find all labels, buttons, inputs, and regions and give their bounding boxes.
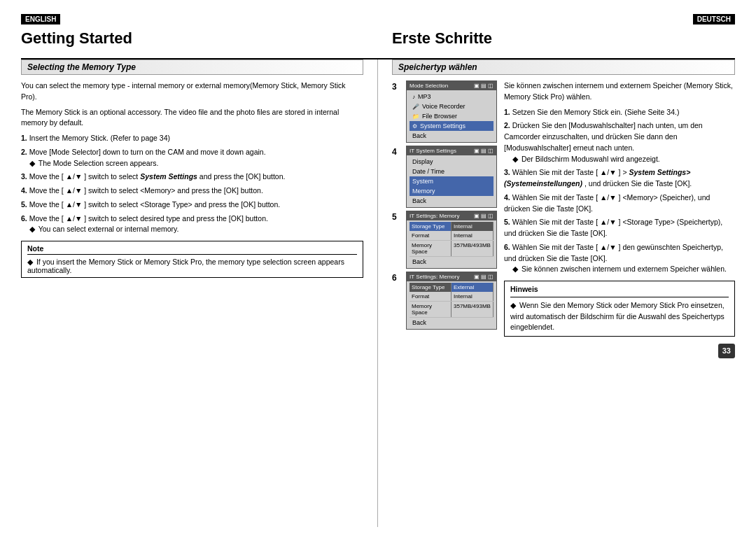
screen-5-header: IT Settings: Memory ▣ ▤ ◫	[407, 211, 496, 220]
screen-3-back: Back	[410, 131, 493, 141]
step-3: 3. Move the [ ▲/▼ ] switch to select Sys…	[21, 171, 363, 183]
screen-5-col-1: Storage Type	[410, 222, 451, 231]
screen-5-table: Storage Type Internal Format Internal Me…	[410, 222, 493, 257]
hinweis-box: Hinweis ◆ Wenn Sie den Memory Stick oder…	[504, 281, 735, 337]
screen-6: IT Settings: Memory ▣ ▤ ◫	[406, 272, 497, 330]
deutsch-badge: DEUTSCH	[693, 14, 735, 24]
right-intro: Sie können zwischen internem und externe…	[504, 80, 735, 103]
screen-6-icons: ▣ ▤ ◫	[474, 274, 493, 280]
screen-row-3: 3 Mode Selection ▣ ▤ ◫	[392, 80, 497, 143]
step-2: 2. Move [Mode Selector] down to turn on …	[21, 147, 363, 169]
left-steps: 1. Insert the Memory Stick. (Refer to pa…	[21, 133, 363, 235]
right-text-area: Sie können zwischen internem und externe…	[504, 80, 735, 358]
screen-3-body: ♪ MP3 🎤 Voice Recorder 📁 File Browser	[407, 90, 496, 142]
right-step-4: 4. Wählen Sie mit der Taste [ ▲/▼ ] <Mem…	[504, 192, 735, 215]
screen-4: IT System Settings ▣ ▤ ◫ Display Date / …	[406, 146, 497, 208]
screen-3-icons: ▣ ▤ ◫	[474, 83, 493, 89]
screen-3-item-3: 📁 File Browser	[410, 111, 493, 121]
screen-5: IT Settings: Memory ▣ ▤ ◫	[406, 211, 497, 269]
left-section-title: Selecting the Memory Type	[21, 59, 363, 75]
note-content: ◆ If you insert the Memory Stick or Memo…	[27, 258, 357, 274]
right-steps: 1. Setzen Sie den Memory Stick ein. (Sie…	[504, 107, 735, 276]
screen-num-4: 4	[392, 146, 402, 157]
screen-5-icons: ▣ ▤ ◫	[474, 213, 493, 219]
screen-3-item-1: ♪ MP3	[410, 92, 493, 101]
step-5: 5. Move the [ ▲/▼ ] switch to select <St…	[21, 199, 363, 211]
screen-6-row-2: Memory Space 357MB/493MB	[410, 302, 493, 318]
right-column: Speichertyp wählen 3 Mode Selection ▣	[378, 59, 735, 527]
screen-4-item-4: Memory	[410, 186, 493, 196]
page-number-badge: 33	[718, 344, 735, 358]
screen-5-body: Storage Type Internal Format Internal Me…	[407, 220, 496, 268]
screen-4-icons: ▣ ▤ ◫	[474, 148, 493, 154]
screen-6-back: Back	[410, 318, 493, 328]
screen-4-item-3: System	[410, 176, 493, 186]
screen-4-body: Display Date / Time System Memory Back	[407, 155, 496, 207]
hinweis-title: Hinweis	[510, 284, 729, 297]
hinweis-content: ◆ Wenn Sie den Memory Stick oder Memory …	[510, 300, 729, 333]
screen-6-body: Storage Type External Format Internal Me…	[407, 281, 496, 329]
right-main-title: Erste Schritte	[392, 30, 735, 47]
screen-3: Mode Selection ▣ ▤ ◫ ♪ MP3	[406, 80, 497, 143]
english-badge: ENGLISH	[21, 14, 60, 24]
top-badges: ENGLISH DEUTSCH	[21, 14, 735, 27]
left-column: Selecting the Memory Type You can select…	[21, 59, 378, 527]
screen-6-table: Storage Type External Format Internal Me…	[410, 283, 493, 318]
screen-6-header: IT Settings: Memory ▣ ▤ ◫	[407, 272, 496, 281]
right-step-5: 5. Wählen Sie mit der Taste [ ▲/▼ ] <Sto…	[504, 217, 735, 239]
screen-4-item-1: Display	[410, 157, 493, 167]
screen-6-col-2: External	[451, 283, 493, 292]
screen-5-table-header: Storage Type Internal	[410, 222, 493, 231]
screen-6-row-1: Format Internal	[410, 292, 493, 302]
screen-5-row-2: Memory Space 357MB/493MB	[410, 241, 493, 257]
right-step-6: 6. Wählen Sie mit der Taste [ ▲/▼ ] den …	[504, 242, 735, 275]
screen-3-header: Mode Selection ▣ ▤ ◫	[407, 81, 496, 90]
note-box: Note ◆ If you insert the Memory Stick or…	[21, 241, 363, 278]
right-step-1: 1. Setzen Sie den Memory Stick ein. (Sie…	[504, 107, 735, 118]
screen-5-back: Back	[410, 257, 493, 267]
screen-row-5: 5 IT Settings: Memory ▣ ▤ ◫	[392, 211, 497, 269]
left-main-title: Getting Started	[21, 30, 364, 47]
screen-3-item-4: ⚙ System Settings	[410, 121, 493, 131]
screen-num-6: 6	[392, 272, 402, 283]
screen-3-item-2: 🎤 Voice Recorder	[410, 101, 493, 111]
step-1: 1. Insert the Memory Stick. (Refer to pa…	[21, 133, 363, 144]
screen-6-table-header: Storage Type External	[410, 283, 493, 292]
right-step-3: 3. Wählen Sie mit der Taste [ ▲/▼ ] > Sy…	[504, 167, 735, 190]
main-content: Selecting the Memory Type You can select…	[0, 59, 756, 534]
screen-4-item-2: Date / Time	[410, 167, 493, 176]
screen-5-row-1: Format Internal	[410, 231, 493, 241]
right-content-area: 3 Mode Selection ▣ ▤ ◫	[392, 80, 735, 358]
screen-row-4: 4 IT System Settings ▣ ▤ ◫	[392, 146, 497, 208]
screen-4-header: IT System Settings ▣ ▤ ◫	[407, 146, 496, 155]
step-6: 6. Move the [ ▲/▼ ] switch to select des…	[21, 213, 363, 236]
left-intro-text: You can select the memory type - interna…	[21, 80, 363, 103]
right-step-2: 2. Drücken Sie den [Moduswahlschalter] n…	[504, 120, 735, 164]
step-4: 4. Move the [ ▲/▼ ] switch to select <Me…	[21, 185, 363, 197]
screens-area: 3 Mode Selection ▣ ▤ ◫	[392, 80, 497, 358]
page: ENGLISH DEUTSCH Getting Started Erste Sc…	[0, 0, 756, 534]
screen-5-col-2: Internal	[451, 222, 493, 231]
note-title: Note	[27, 244, 357, 255]
screen-row-6: 6 IT Settings: Memory ▣ ▤ ◫	[392, 272, 497, 330]
screen-6-col-1: Storage Type	[410, 283, 451, 292]
screen-4-back: Back	[410, 196, 493, 206]
screen-num-3: 3	[392, 80, 402, 92]
right-section-title: Speichertyp wählen	[392, 59, 735, 75]
left-intro-text2: The Memory Stick is an optional accessor…	[21, 107, 363, 129]
screen-num-5: 5	[392, 211, 402, 222]
